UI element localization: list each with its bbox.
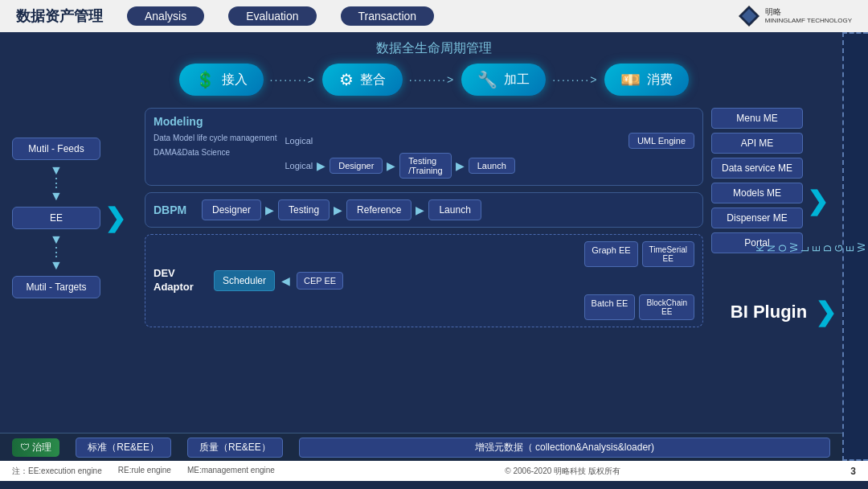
flow-arrow-2: ▶: [387, 159, 395, 172]
dev-section: DEVAdaptor Graph EE TimeSerial EE Schedu…: [145, 234, 703, 327]
flow-arrow-1: ▶: [317, 159, 326, 172]
right-section: Menu ME API ME Data service ME Models ME…: [711, 108, 856, 327]
modeling-right: Logical UML Engine Logical ▶ Designer ▶ …: [285, 133, 694, 179]
uml-engine-box: UML Engine: [628, 133, 694, 149]
dbpm-arrow-1: ▶: [265, 203, 274, 216]
zhenghe-icon: ⚙: [339, 70, 354, 89]
launch-box-modeling: Launch: [469, 158, 515, 174]
arrow-3: ········>: [552, 73, 598, 86]
nav-analysis[interactable]: Analysis: [127, 6, 204, 26]
knowledge-text: KNOWLEDGEWaReHouse: [755, 241, 868, 252]
right-chevrons: ❯: [807, 108, 829, 294]
lifecycle-xiaofei: 💴 消费: [604, 64, 689, 96]
footer-note-2: RE:rule engine: [118, 466, 171, 477]
nav-evaluation[interactable]: Evaluation: [228, 6, 316, 26]
footer-note-1: 注：EE:execution engine: [12, 466, 102, 477]
left-col: Mutil - Feeds ▼⋮▼ EE ▼⋮▼ Mutil - Targets: [12, 138, 100, 298]
lifecycle-title: 数据全生命周期管理: [12, 40, 856, 57]
dev-arrow-left: ◀: [281, 274, 290, 287]
bottom-bar: 🛡 治理 标准（RE&EE） 质量（RE&EE） 增强元数据（ collecti…: [0, 433, 842, 461]
modeling-row-2: Logical ▶ Designer ▶ Testing /Training ▶…: [285, 153, 694, 179]
top-title: 数据资产管理: [16, 6, 103, 26]
bi-plugin-area: BI Plugin ❯: [711, 297, 856, 327]
modeling-inner: Data Model life cycle management DAMA&Da…: [154, 133, 694, 179]
ee-box: EE: [12, 207, 100, 229]
logo-icon: [737, 4, 761, 28]
bi-plugin-box: BI Plugin: [731, 302, 807, 323]
flow-arrow-3: ▶: [456, 159, 465, 172]
main-content: 数据全生命周期管理 💲 接入 ········> ⚙ 整合 ········> …: [0, 32, 868, 461]
dev-middle-row: Scheduler ◀ CEP EE: [214, 270, 694, 291]
standard-box: 标准（RE&EE）: [76, 438, 171, 458]
down-arrow-1: ▼⋮▼: [50, 164, 63, 203]
right-chevron-top: ❯: [807, 186, 829, 216]
logical-label-1: Logical: [285, 136, 313, 146]
blockchain-ee-box: BlockChain EE: [639, 294, 694, 320]
center-col: Modeling Data Model life cycle managemen…: [145, 108, 703, 327]
batch-ee-box: Batch EE: [584, 294, 636, 320]
modeling-label: Data Model life cycle management DAMA&Da…: [154, 133, 276, 158]
scheduler-box: Scheduler: [214, 270, 275, 291]
lifecycle-jiagong: 🔧 加工: [461, 64, 546, 96]
dbpm-title: DBPM: [154, 203, 194, 216]
dbpm-arrow-3: ▶: [416, 203, 424, 216]
lifecycle-zhenghe: ⚙ 整合: [322, 64, 403, 96]
jiagong-icon: 🔧: [477, 70, 497, 89]
modeling-section: Modeling Data Model life cycle managemen…: [145, 108, 703, 186]
footer: 注：EE:execution engine RE:rule engine ME:…: [0, 461, 868, 481]
dev-inner: Graph EE TimeSerial EE Scheduler ◀ CEP E…: [214, 241, 694, 320]
footer-note-3: ME:management engine: [187, 466, 275, 477]
modeling-title: Modeling: [154, 115, 694, 128]
lifecycle-row: 💲 接入 ········> ⚙ 整合 ········> 🔧 加工 ·····…: [12, 64, 856, 96]
menu-me-box: Menu ME: [711, 108, 803, 129]
arrow-1: ········>: [270, 73, 316, 86]
dev-container: Graph EE TimeSerial EE Scheduler ◀ CEP E…: [214, 241, 694, 320]
footer-page-num: 3: [850, 466, 856, 477]
right-col: Menu ME API ME Data service ME Models ME…: [711, 108, 803, 294]
dbpm-launch: Launch: [428, 199, 481, 220]
logo-text: 明略 MININGLAMF TECHNOLOGY: [765, 7, 852, 25]
footer-notes: 注：EE:execution engine RE:rule engine ME:…: [12, 466, 275, 477]
testing-training-box: Testing /Training: [399, 153, 451, 179]
top-bar: 数据资产管理 Analysis Evaluation Transaction 明…: [0, 0, 868, 32]
lifecycle-jierv: 💲 接入: [179, 64, 264, 96]
dispenser-me-box: Dispenser ME: [711, 208, 803, 228]
data-service-me-box: Data service ME: [711, 158, 803, 179]
left-chevron: ❯: [104, 203, 126, 233]
down-arrow-2: ▼⋮▼: [50, 233, 63, 272]
dbpm-designer: Designer: [202, 199, 261, 220]
dev-title: DEVAdaptor: [154, 267, 206, 294]
footer-copyright: © 2006-2020 明略科技 版权所有: [505, 466, 620, 477]
right-inner: Menu ME API ME Data service ME Models ME…: [711, 108, 856, 294]
knowledge-sidebar: KNOWLEDGEWaReHouse: [842, 32, 868, 461]
metadata-box: 增强元数据（ collection&Analysis&loader): [299, 438, 830, 458]
jierv-icon: 💲: [195, 70, 215, 89]
dbpm-testing: Testing: [278, 199, 330, 220]
logical-label-2: Logical: [285, 161, 313, 171]
quality-box: 质量（RE&EE）: [187, 438, 283, 458]
models-me-box: Models ME: [711, 183, 803, 203]
left-section: Mutil - Feeds ▼⋮▼ EE ▼⋮▼ Mutil - Targets…: [12, 108, 137, 327]
nav-transaction[interactable]: Transaction: [341, 6, 435, 26]
governance-box: 🛡 治理: [12, 438, 59, 457]
cep-ee-box: CEP EE: [297, 272, 343, 290]
dev-bottom-row: Batch EE BlockChain EE: [262, 294, 694, 320]
xiaofei-icon: 💴: [620, 70, 641, 89]
dev-top-row: Graph EE TimeSerial EE: [262, 241, 694, 267]
company-logo: 明略 MININGLAMF TECHNOLOGY: [737, 4, 852, 28]
mutil-targets-box: Mutil - Targets: [12, 276, 100, 298]
mutil-feeds-box: Mutil - Feeds: [12, 138, 100, 160]
dbpm-section: DBPM Designer ▶ Testing ▶ Reference ▶ La…: [145, 192, 703, 228]
dbpm-reference: Reference: [346, 199, 411, 220]
main-grid: Mutil - Feeds ▼⋮▼ EE ▼⋮▼ Mutil - Targets…: [12, 108, 856, 325]
bi-plugin-chevron: ❯: [815, 297, 837, 327]
api-me-box: API ME: [711, 133, 803, 154]
time-serial-ee-box: TimeSerial EE: [642, 241, 694, 267]
graph-ee-box: Graph EE: [584, 241, 637, 267]
designer-box-modeling: Designer: [330, 158, 383, 174]
dbpm-arrow-2: ▶: [334, 203, 342, 216]
arrow-2: ········>: [409, 73, 455, 86]
modeling-row-1: Logical UML Engine: [285, 133, 694, 149]
dbpm-flow: Designer ▶ Testing ▶ Reference ▶ Launch: [202, 199, 694, 220]
